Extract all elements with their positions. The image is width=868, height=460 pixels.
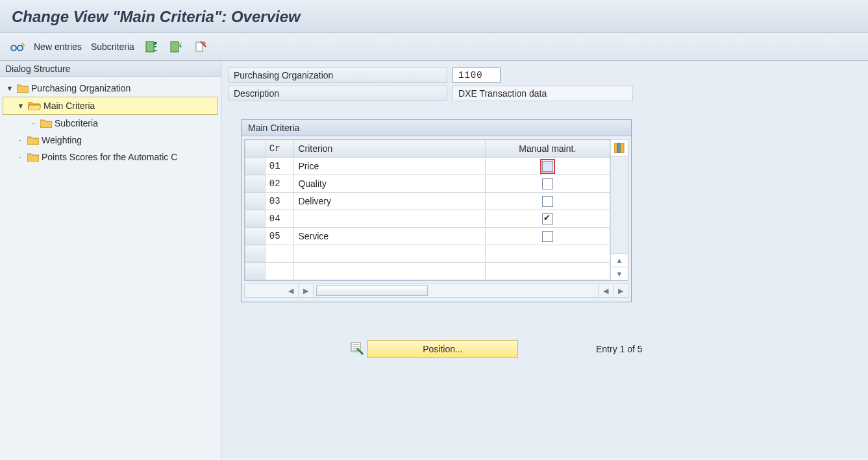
col-header-manual-maint[interactable]: Manual maint. [485,140,610,158]
cell-manual-maint[interactable] [485,228,610,245]
row-selector[interactable] [245,245,266,263]
tree-label: Purchasing Organization [31,83,130,93]
select-all-icon[interactable] [143,39,159,54]
folder-icon [40,119,52,128]
checkbox[interactable] [542,161,553,172]
glasses-icon[interactable] [9,41,25,53]
sidebar-header: Dialog Structure [0,61,221,77]
folder-icon [27,136,39,145]
table-row[interactable]: 04 [245,210,610,228]
cell-manual-maint[interactable] [485,263,610,280]
table-row[interactable]: 01 Price [245,158,610,175]
row-selector[interactable] [245,228,266,245]
purchasing-organization-value[interactable]: 1100 [453,67,501,83]
checkbox[interactable] [542,196,553,207]
title-bar: Change View "Main Criteria": Overview [0,0,868,33]
field-row-purchasing-organization: Purchasing Organization 1100 [228,66,862,84]
scroll-up-icon[interactable]: ▲ [611,253,628,267]
expander-icon[interactable]: ▼ [16,102,25,110]
scroll-left-step-icon[interactable]: ◀ [598,284,613,297]
svg-rect-2 [146,42,154,52]
position-button-label: Position... [423,344,462,354]
svg-rect-5 [614,143,617,153]
checkbox[interactable] [542,231,553,242]
scroll-thumb[interactable] [316,285,428,296]
row-selector[interactable] [245,263,266,280]
tree-item-purchasing-organization[interactable]: ▼ Purchasing Organization [3,80,218,97]
table-title: Main Criteria [242,120,631,136]
row-selector[interactable] [245,175,266,193]
bullet-icon: · [29,119,38,127]
cell-criterion[interactable]: Price [294,158,485,175]
col-header-cr[interactable]: Cr [265,140,294,158]
cell-cr[interactable]: 03 [265,193,294,210]
horizontal-scrollbar[interactable]: ◀ ▶ ◀ ▶ [244,284,628,298]
scroll-right-step-icon[interactable]: ▶ [299,284,314,297]
table-row[interactable] [245,263,610,280]
dialog-structure-tree: ▼ Purchasing Organization ▼ Main Criteri… [0,77,221,168]
cell-cr[interactable] [265,263,294,280]
vertical-scrollbar[interactable]: ▲ ▼ [610,139,628,280]
application-toolbar: New entries Subcriteria [0,33,868,61]
tree-item-main-criteria[interactable]: ▼ Main Criteria [3,97,218,115]
cell-cr[interactable]: 01 [265,158,294,175]
cell-cr[interactable]: 04 [265,210,294,228]
svg-point-0 [11,45,16,51]
folder-open-icon [28,101,41,110]
cell-criterion[interactable] [294,245,485,263]
scroll-right-icon[interactable]: ▶ [613,284,628,297]
tree-label: Subcriteria [55,118,98,128]
description-value: DXE Transaction data [453,86,633,101]
table-row[interactable]: 05 Service [245,228,610,245]
row-selector[interactable] [245,210,266,228]
description-label: Description [228,86,447,101]
cell-criterion[interactable]: Delivery [294,193,485,210]
checkbox[interactable] [542,213,553,224]
row-selector[interactable] [245,158,266,175]
checkbox[interactable] [542,178,553,189]
table-row[interactable]: 02 Quality [245,175,610,193]
entry-counter: Entry 1 of 5 [596,344,643,354]
svg-rect-7 [621,143,624,153]
cell-manual-maint[interactable] [485,175,610,193]
scroll-track[interactable] [314,284,598,297]
cell-manual-maint[interactable] [485,193,610,210]
purchasing-organization-label: Purchasing Organization [228,67,447,83]
configure-columns-icon[interactable] [611,139,628,157]
table-header-row: Cr Criterion Manual maint. [245,140,610,158]
scroll-down-icon[interactable]: ▼ [611,267,628,280]
cell-cr[interactable]: 02 [265,175,294,193]
position-button[interactable]: Position... [367,340,518,358]
table-row[interactable] [245,245,610,263]
folder-icon [17,84,29,93]
delete-icon[interactable] [193,39,208,54]
expander-icon[interactable]: ▼ [5,84,14,92]
table-row[interactable]: 03 Delivery [245,193,610,210]
tree-item-points-scores[interactable]: · Points Scores for the Automatic C [3,149,218,165]
cell-cr[interactable]: 05 [265,228,294,245]
bullet-icon: · [16,153,25,161]
cell-manual-maint[interactable] [485,210,610,228]
cell-criterion[interactable] [294,263,485,280]
new-entries-button[interactable]: New entries [34,42,82,52]
subcriteria-button[interactable]: Subcriteria [91,42,134,52]
cell-criterion[interactable]: Quality [294,175,485,193]
cell-criterion[interactable]: Service [294,228,485,245]
tree-item-weighting[interactable]: · Weighting [3,132,218,149]
deselect-all-icon[interactable] [168,39,184,54]
row-selector[interactable] [245,193,266,210]
tree-item-subcriteria[interactable]: · Subcriteria [3,115,218,132]
cell-manual-maint[interactable] [485,158,610,175]
cell-criterion[interactable] [294,210,485,228]
scroll-track[interactable] [611,157,628,253]
cell-cr[interactable] [265,245,294,263]
tree-label: Weighting [42,135,82,145]
position-icon[interactable] [351,342,364,355]
scroll-left-icon[interactable]: ◀ [284,284,299,297]
select-all-column[interactable] [245,140,266,158]
tree-label: Main Criteria [43,101,95,111]
cell-manual-maint[interactable] [485,245,610,263]
dialog-structure-sidebar: Dialog Structure ▼ Purchasing Organizati… [0,61,221,459]
main-criteria-table: Main Criteria Cr Criterion Manual maint.… [241,119,632,302]
col-header-criterion[interactable]: Criterion [294,140,485,158]
